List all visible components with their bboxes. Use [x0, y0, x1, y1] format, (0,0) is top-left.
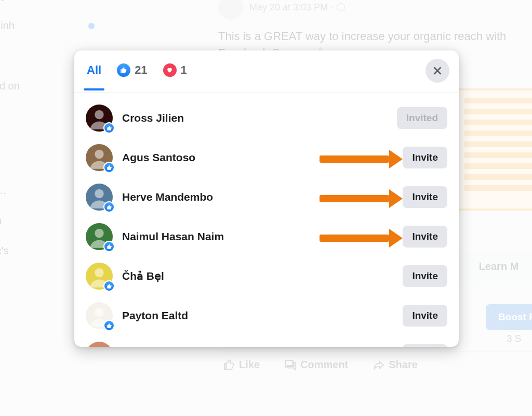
avatar[interactable] [86, 144, 113, 171]
avatar[interactable] [86, 263, 113, 290]
people-list: Cross JilienInvitedAgus SantosoInviteHer… [74, 93, 459, 347]
invite-button[interactable]: Invite [403, 186, 447, 208]
invite-button[interactable]: Invite [403, 344, 447, 347]
person-row: Čhả BẹlInvite [74, 256, 459, 296]
invite-button[interactable]: Invite [403, 226, 447, 248]
svg-point-5 [95, 308, 103, 317]
modal-tabs: All 21 1 [74, 50, 459, 93]
person-row: Cross JilienInvited [74, 98, 459, 138]
svg-point-3 [95, 229, 103, 238]
love-reaction-icon [163, 63, 177, 77]
annotation-arrow-icon [320, 150, 403, 168]
avatar[interactable] [86, 223, 113, 250]
svg-point-1 [95, 150, 103, 159]
avatar[interactable] [86, 105, 113, 132]
avatar[interactable] [86, 302, 113, 329]
person-name[interactable]: Payton Ealtd [122, 309, 393, 322]
like-reaction-icon [103, 162, 115, 173]
annotation-arrow-icon [320, 229, 403, 248]
like-reaction-icon [103, 241, 115, 252]
person-name[interactable]: Cross Jilien [122, 112, 388, 124]
like-reaction-icon [103, 280, 115, 292]
invite-button[interactable]: Invite [403, 265, 447, 287]
tab-all[interactable]: All [87, 63, 101, 90]
avatar[interactable] [86, 342, 113, 347]
invite-button[interactable]: Invite [403, 305, 447, 327]
like-reaction-icon [103, 201, 115, 213]
close-button[interactable] [425, 59, 449, 83]
person-row: Payton EaltdInvite [74, 296, 459, 335]
tab-like-reactions[interactable]: 21 [117, 63, 147, 90]
invited-button: Invited [397, 107, 447, 129]
svg-point-4 [95, 268, 103, 277]
close-icon [432, 65, 443, 76]
like-reaction-icon [103, 320, 115, 331]
avatar[interactable] [86, 184, 113, 211]
svg-point-0 [95, 110, 103, 119]
annotation-arrow-icon [320, 189, 403, 208]
like-reaction-icon [103, 122, 115, 134]
like-reaction-icon [117, 63, 130, 77]
invite-button[interactable]: Invite [403, 147, 447, 168]
person-row: Leidy JhoInvite [74, 335, 459, 347]
tab-love-reactions[interactable]: 1 [163, 63, 187, 90]
svg-point-2 [95, 189, 103, 198]
person-name[interactable]: Čhả Bẹl [122, 270, 393, 282]
